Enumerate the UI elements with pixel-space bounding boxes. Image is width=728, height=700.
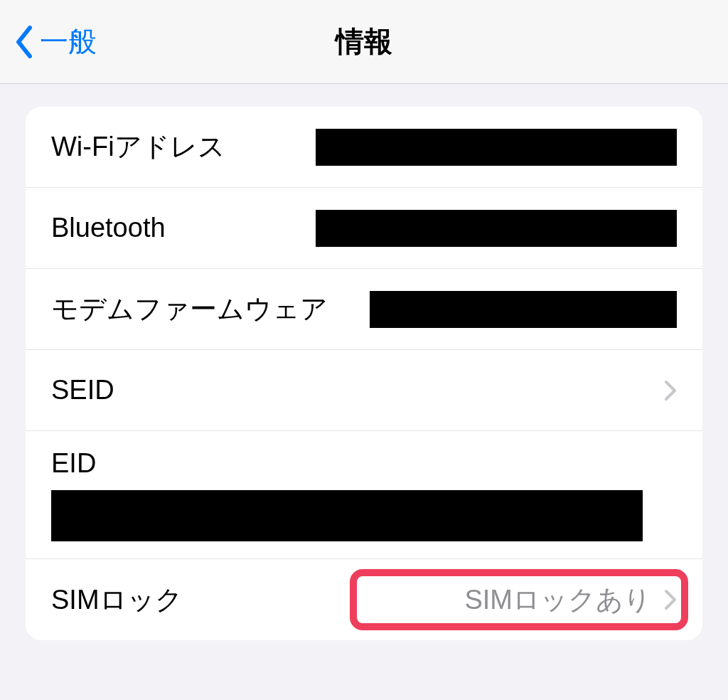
chevron-right-icon — [664, 589, 677, 610]
navbar: 一般 情報 — [0, 0, 728, 84]
page-title: 情報 — [336, 22, 392, 61]
row-modem-firmware[interactable]: モデムファームウェア — [26, 269, 702, 350]
row-label: Bluetooth — [51, 213, 166, 243]
row-sim-lock[interactable]: SIMロック SIMロックあり — [26, 559, 702, 640]
row-label: SEID — [51, 375, 114, 405]
row-label: Wi-Fiアドレス — [51, 129, 225, 165]
row-bluetooth[interactable]: Bluetooth — [26, 188, 702, 269]
back-label: 一般 — [40, 22, 97, 61]
row-label: SIMロック — [51, 582, 183, 618]
settings-group: Wi-Fiアドレス Bluetooth モデムファームウェア SEID EID … — [26, 107, 702, 640]
redacted-value — [51, 490, 643, 541]
row-seid[interactable]: SEID — [26, 350, 702, 431]
content: Wi-Fiアドレス Bluetooth モデムファームウェア SEID EID … — [0, 84, 728, 663]
chevron-right-icon — [664, 380, 677, 401]
row-label: EID — [51, 448, 96, 479]
row-value: SIMロックあり — [464, 582, 651, 618]
redacted-value — [370, 291, 677, 328]
redacted-value — [316, 129, 677, 166]
row-label: モデムファームウェア — [51, 291, 328, 327]
row-eid[interactable]: EID — [26, 431, 702, 559]
sim-value-wrap: SIMロックあり — [464, 582, 677, 618]
row-wifi-address[interactable]: Wi-Fiアドレス — [26, 107, 702, 188]
chevron-back-icon — [14, 25, 34, 59]
redacted-value — [316, 210, 677, 247]
back-button[interactable]: 一般 — [14, 22, 97, 61]
